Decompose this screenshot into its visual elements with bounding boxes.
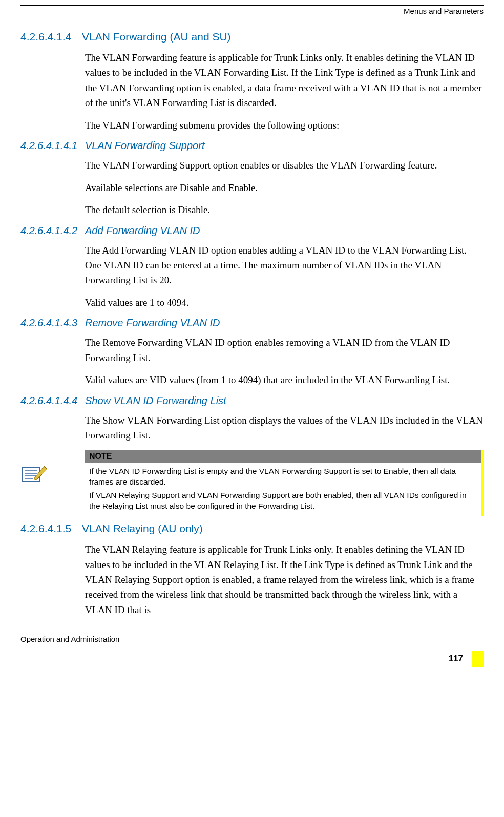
- body-paragraph: The Remove Forwarding VLAN ID option ena…: [85, 335, 484, 365]
- heading-title: VLAN Forwarding (AU and SU): [82, 31, 231, 43]
- note-body: If the VLAN ID Forwarding List is empty …: [85, 463, 481, 516]
- note-heading: NOTE: [85, 450, 481, 463]
- body-paragraph: Available selections are Disable and Ena…: [85, 180, 484, 195]
- subsection-heading: 4.2.6.4.1.4.2Add Forwarding VLAN ID: [20, 225, 484, 237]
- page-footer: Operation and Administration 117: [0, 633, 504, 667]
- note-para: If the VLAN ID Forwarding List is empty …: [89, 466, 477, 488]
- heading-number: 4.2.6.4.1.5: [20, 522, 82, 535]
- body-paragraph: The VLAN Forwarding feature is applicabl…: [85, 50, 484, 111]
- page-header: Menus and Parameters: [20, 5, 484, 15]
- heading-title: VLAN Forwarding Support: [85, 140, 204, 152]
- subsection-heading: 4.2.6.4.1.4.1VLAN Forwarding Support: [20, 140, 484, 152]
- page-tab-marker: [472, 651, 484, 667]
- body-paragraph: The Show VLAN Forwarding List option dis…: [85, 413, 484, 443]
- section-heading: 4.2.6.4.1.5VLAN Relaying (AU only): [20, 522, 484, 535]
- note-icon-column: [20, 450, 85, 488]
- heading-title: Show VLAN ID Forwarding List: [85, 395, 226, 407]
- heading-number: 4.2.6.4.1.4: [20, 31, 82, 43]
- body-paragraph: Valid values are 1 to 4094.: [85, 295, 484, 310]
- subsection-heading: 4.2.6.4.1.4.4Show VLAN ID Forwarding Lis…: [20, 395, 484, 407]
- body-paragraph: The VLAN Forwarding submenu provides the…: [85, 118, 484, 133]
- page-number: 117: [449, 651, 472, 667]
- heading-title: Remove Forwarding VLAN ID: [85, 317, 220, 329]
- heading-number: 4.2.6.4.1.4.2: [20, 225, 85, 237]
- body-paragraph: The VLAN Relaying feature is applicable …: [85, 542, 484, 617]
- note-para: If VLAN Relaying Support and VLAN Forwar…: [89, 490, 477, 512]
- body-paragraph: Valid values are VID values (from 1 to 4…: [85, 372, 484, 387]
- heading-title: VLAN Relaying (AU only): [82, 522, 203, 535]
- heading-number: 4.2.6.4.1.4.3: [20, 317, 85, 329]
- heading-title: Add Forwarding VLAN ID: [85, 225, 200, 237]
- note-block: NOTE If the VLAN ID Forwarding List is e…: [20, 450, 484, 516]
- footer-left-text: Operation and Administration: [20, 633, 484, 643]
- body-paragraph: The Add Forwarding VLAN ID option enable…: [85, 243, 484, 288]
- subsection-heading: 4.2.6.4.1.4.3Remove Forwarding VLAN ID: [20, 317, 484, 329]
- header-right-text: Menus and Parameters: [404, 7, 484, 15]
- body-paragraph: The VLAN Forwarding Support option enabl…: [85, 158, 484, 173]
- note-pencil-icon: [20, 478, 48, 487]
- heading-number: 4.2.6.4.1.4.4: [20, 395, 85, 407]
- body-paragraph: The default selection is Disable.: [85, 202, 484, 217]
- section-heading: 4.2.6.4.1.4VLAN Forwarding (AU and SU): [20, 31, 484, 43]
- heading-number: 4.2.6.4.1.4.1: [20, 140, 85, 152]
